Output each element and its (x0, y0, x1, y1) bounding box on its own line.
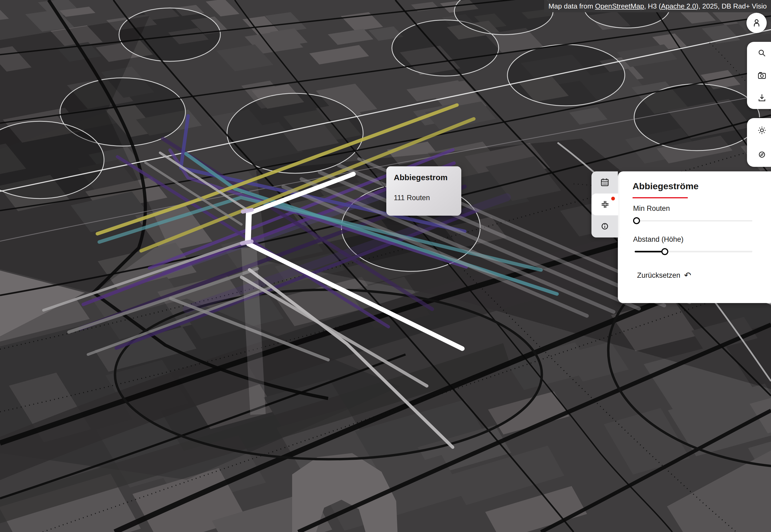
camera-icon (756, 70, 768, 81)
tooltip-route-count: 111 Routen (394, 194, 430, 202)
search-button[interactable] (747, 42, 771, 64)
app-window: Map data from OpenStreetMap, H3 (Apache … (0, 0, 771, 532)
slider-fill (635, 251, 665, 252)
tab-calendar[interactable] (592, 171, 618, 194)
search-icon (756, 47, 768, 59)
calendar-icon (599, 176, 611, 188)
download-icon (756, 92, 768, 103)
apache-license-link[interactable]: Apache 2.0 (661, 2, 696, 10)
user-account-button[interactable] (746, 13, 767, 33)
panel-tab-strip (592, 171, 618, 237)
tab-abbiegestroeme[interactable] (592, 194, 619, 216)
user-icon (751, 17, 762, 29)
abbiegestroeme-panel: Abbiegeströme Min Routen Abstand (Höhe) … (618, 171, 771, 303)
flow-tooltip: Abbiegestrom 111 Routen (386, 166, 461, 216)
brightness-icon (756, 125, 768, 136)
osm-link[interactable]: OpenStreetMap (595, 2, 644, 10)
info-icon (599, 220, 611, 232)
reset-label: Zurücksetzen (637, 271, 680, 280)
panel-title: Abbiegeströme (633, 181, 699, 191)
notification-badge (611, 197, 615, 200)
brightness-button[interactable] (747, 118, 771, 143)
undo-arrow-icon: ↶ (684, 271, 691, 280)
title-accent-underline (633, 197, 688, 198)
attribution-text: Map data from (548, 2, 595, 10)
tooltip-title: Abbiegestrom (394, 173, 448, 182)
slider-handle[interactable] (633, 217, 640, 224)
tab-info[interactable] (592, 215, 618, 237)
abstand-hoehe-label: Abstand (Höhe) (633, 235, 684, 244)
intersection-icon (599, 199, 611, 210)
compass-button[interactable] (747, 143, 771, 167)
download-button[interactable] (747, 87, 771, 109)
min-routen-label: Min Routen (633, 204, 670, 213)
map-tools-group (747, 42, 771, 109)
map-attribution: Map data from OpenStreetMap, H3 (Apache … (544, 0, 771, 12)
compass-icon (756, 149, 768, 160)
slider-handle[interactable] (661, 248, 668, 255)
screenshot-button[interactable] (747, 64, 771, 87)
slider-track[interactable] (635, 220, 752, 221)
reset-button[interactable]: Zurücksetzen ↶ (636, 269, 693, 281)
map-display-group (747, 118, 771, 167)
